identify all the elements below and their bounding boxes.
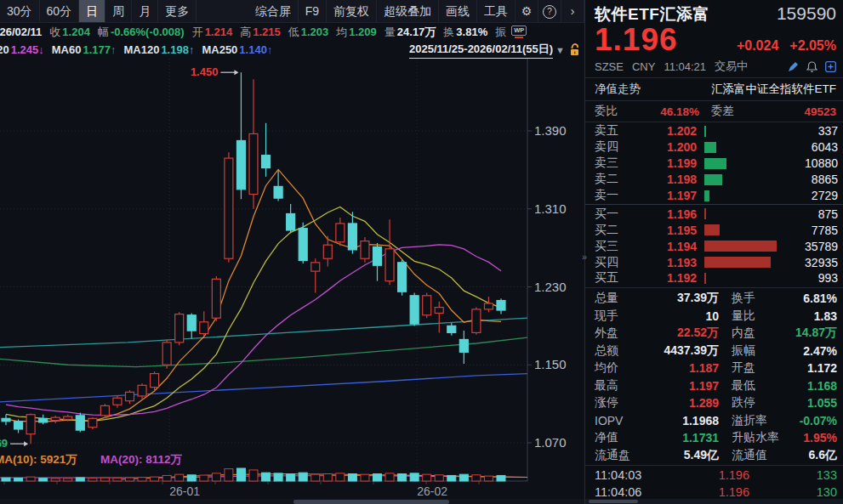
candlestick-chart[interactable]: 1.3901.3101.2301.1501.07026-0126-021.450… <box>0 59 584 504</box>
period-tab-周[interactable]: 周 <box>105 0 132 22</box>
exchange-label: SZSE <box>595 60 624 73</box>
scrollbar-handle[interactable] <box>293 500 449 504</box>
sell-volume-bar <box>704 158 726 169</box>
price-row: 1.196 +0.024 +2.05% <box>585 22 843 58</box>
depth-row-buy-2[interactable]: 买二1.1957785 <box>585 222 843 238</box>
nav-trend-tab[interactable]: 净值走势 <box>595 82 641 97</box>
order-ratio-row: 委比 46.18% 委差 49523 <box>585 101 843 122</box>
sell-volume-bar <box>704 126 706 137</box>
sell-level-label: 卖三 <box>595 156 624 171</box>
depth-row-sell-2[interactable]: 卖二1.1988865 <box>585 172 843 188</box>
period-tab-30分[interactable]: 30分 <box>0 0 40 22</box>
tool-工具[interactable]: 工具 <box>477 0 515 22</box>
nav-tab-row: 净值走势 汇添富中证全指软件ETF <box>585 78 843 101</box>
wp-badge-icon[interactable]: WP <box>511 25 527 38</box>
tool-超级叠加[interactable]: 超级叠加 <box>377 0 439 22</box>
bell-icon[interactable] <box>806 61 817 72</box>
stat-row: IOPV1.1968溢折率-0.07% <box>585 411 843 429</box>
sell-volume-bar <box>704 190 709 201</box>
svg-text:26-01: 26-01 <box>169 484 200 498</box>
chevron-right-icon[interactable]: › <box>561 0 584 22</box>
depth-row-sell-1[interactable]: 卖一1.1972729 <box>585 188 843 204</box>
buy-price: 1.196 <box>624 207 697 221</box>
trading-status: 交易中 <box>715 59 748 74</box>
ma-legend-MA250: MA2501.140↑ <box>202 43 272 56</box>
period-tab-月[interactable]: 月 <box>132 0 158 22</box>
depth-row-sell-5[interactable]: 卖五1.202337 <box>585 123 843 139</box>
period-tabs: 30分60分日周月更多 <box>0 0 197 22</box>
svg-text:1.390: 1.390 <box>534 123 567 138</box>
period-tab-日[interactable]: 日 <box>79 0 105 22</box>
depth-row-buy-5[interactable]: 买五1.192993 <box>585 270 843 286</box>
status-row: SZSE CNY 11:04:21 交易中 <box>585 58 843 78</box>
caret-down-icon[interactable]: ▼ <box>555 45 565 55</box>
panel-splitter-icon[interactable]: » <box>582 252 587 262</box>
svg-text:26-02: 26-02 <box>417 484 447 498</box>
sell-volume-bar <box>704 174 722 185</box>
depth-row-sell-4[interactable]: 卖四1.2006043 <box>585 139 843 156</box>
period-tab-60分[interactable]: 60分 <box>40 0 80 22</box>
weibi-label: 委比 <box>595 104 618 119</box>
buy-volume-bar <box>704 273 706 284</box>
tool-综合屏[interactable]: 综合屏 <box>248 0 299 22</box>
depth-row-buy-4[interactable]: 买四1.19332935 <box>585 254 843 270</box>
sell-levels: 卖五1.202337卖四1.2006043卖三1.19910880卖二1.198… <box>585 123 843 203</box>
price-change-percent: +2.05% <box>789 38 836 54</box>
buy-price: 1.193 <box>624 256 697 269</box>
buy-volume-bar <box>704 208 706 219</box>
sell-volume: 6043 <box>812 140 838 154</box>
buy-levels: 买一1.196875买二1.1957785买三1.19435789买四1.193… <box>585 206 843 286</box>
depth-row-sell-3[interactable]: 卖三1.19910880 <box>585 156 843 172</box>
svg-text:1.150: 1.150 <box>534 357 567 371</box>
gear-icon[interactable]: ⚙ <box>515 0 538 22</box>
weicha-value: 49523 <box>734 105 836 118</box>
chart-horizontal-scrollbar[interactable] <box>0 499 584 504</box>
sell-volume: 337 <box>818 124 838 138</box>
buy-level-label: 买一 <box>595 207 624 222</box>
panel-scrollbar[interactable] <box>585 499 843 504</box>
toolbar: 30分60分日周月更多 综合屏F9前复权超级叠加画线工具⚙?› <box>0 0 584 23</box>
sell-price: 1.200 <box>624 140 697 154</box>
help-icon[interactable]: ? <box>538 0 561 22</box>
edit-pencil-icon[interactable] <box>788 61 799 72</box>
order-book: 卖五1.202337卖四1.2006043卖三1.19910880卖二1.198… <box>585 122 843 287</box>
depth-row-buy-3[interactable]: 买三1.19435789 <box>585 238 843 254</box>
svg-text:1.450: 1.450 <box>191 65 219 78</box>
tool-F9[interactable]: F9 <box>299 0 327 22</box>
tool-画线[interactable]: 画线 <box>439 0 477 22</box>
buy-volume: 993 <box>818 271 838 285</box>
sell-price: 1.198 <box>624 173 697 186</box>
buy-volume-bar <box>704 257 771 268</box>
tool-前复权[interactable]: 前复权 <box>327 0 377 22</box>
toolbar-tools: 综合屏F9前复权超级叠加画线工具⚙?› <box>248 0 584 22</box>
buy-volume-bar <box>704 241 777 252</box>
sell-price: 1.197 <box>624 189 697 202</box>
sell-volume: 10880 <box>805 156 838 170</box>
unlock-icon[interactable] <box>569 43 580 56</box>
add-plus-icon[interactable] <box>825 61 836 72</box>
quote-收: 收1.204 <box>49 25 90 40</box>
ma-legend-MA20: MA201.245↓ <box>0 43 44 56</box>
chart-canvas[interactable]: 1.3901.3101.2301.1501.07026-0126-021.450… <box>0 59 584 499</box>
date-range-control: 2025/11/25-2026/02/11(55日) ▼ <box>409 42 580 59</box>
depth-row-buy-1[interactable]: 买一1.196875 <box>585 206 843 222</box>
stats-grid: 总量37.39万换手6.81%现手10量比1.83外盘22.52万内盘14.87… <box>585 288 843 465</box>
quote-开: 开1.214 <box>192 25 233 40</box>
date-range[interactable]: 2025/11/25-2026/02/11(55日) <box>409 42 553 59</box>
quote-幅: 幅-0.66%(-0.008) <box>98 25 185 40</box>
period-tab-更多[interactable]: 更多 <box>158 0 197 22</box>
price-change: +0.024 <box>737 38 778 54</box>
sell-volume: 2729 <box>812 189 838 202</box>
buy-level-label: 买四 <box>595 255 624 270</box>
stat-row: 现手10量比1.83 <box>585 307 843 325</box>
orderbook-divider <box>585 204 843 205</box>
status-icons <box>788 61 836 72</box>
panel-scrollbar-handle[interactable] <box>589 500 638 503</box>
fund-full-name: 汇添富中证全指软件ETF <box>711 82 836 97</box>
buy-price: 1.194 <box>624 240 697 253</box>
svg-text:MA(10): 5921万: MA(10): 5921万 <box>0 453 77 466</box>
buy-price: 1.192 <box>624 271 697 285</box>
ma-legend-MA60: MA601.177↑ <box>52 43 117 56</box>
stat-row: 涨停1.289跌停1.055 <box>585 394 843 412</box>
quote-bar: 2026/02/11收1.204幅-0.66%(-0.008)开1.214高1.… <box>0 23 584 41</box>
